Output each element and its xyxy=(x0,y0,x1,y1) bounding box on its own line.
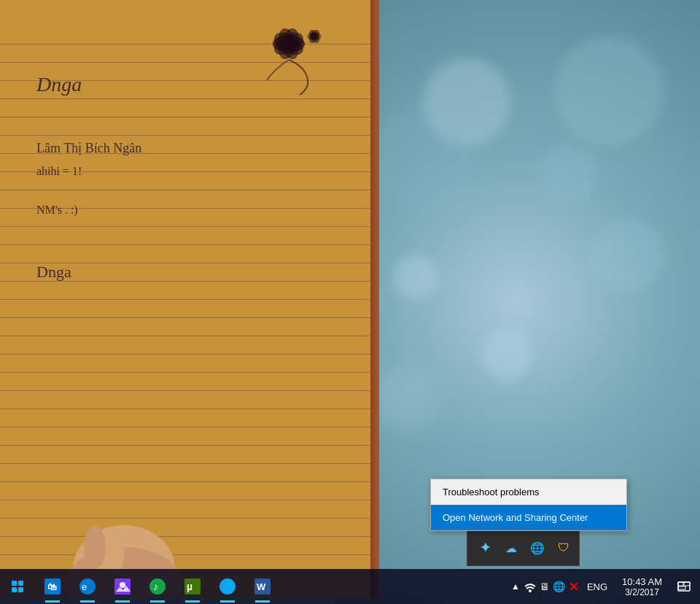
taskbar-app-groove[interactable]: ♪ xyxy=(140,569,175,604)
open-network-sharing-item[interactable]: Open Network and Sharing Center xyxy=(431,505,626,530)
word-active-indicator xyxy=(255,600,270,603)
svg-point-14 xyxy=(84,525,106,569)
notebook-flower-decoration xyxy=(245,15,332,102)
notebook-spine xyxy=(370,0,376,598)
systray-antivirus-icon[interactable]: 🛡 xyxy=(552,536,575,560)
folder-icon[interactable]: 🖥 xyxy=(537,569,552,604)
svg-text:🌐: 🌐 xyxy=(222,581,234,593)
svg-point-10 xyxy=(311,33,318,40)
taskbar-app-photos[interactable] xyxy=(105,569,140,604)
notebook-line4: Dnga xyxy=(36,263,141,281)
ie-active-indicator xyxy=(220,600,235,603)
groove-icon: ♪ xyxy=(149,578,166,595)
windows-logo-icon xyxy=(12,581,23,592)
notebook-line2: ahihi = 1! xyxy=(36,162,141,180)
notebook-text-content: Dnga Lâm Thị Bích Ngân ahihi = 1! NM's .… xyxy=(36,73,141,281)
store-icon: 🛍 xyxy=(44,578,61,595)
notification-center-icon xyxy=(677,580,691,593)
store-active-indicator xyxy=(45,600,60,603)
systray-cloud-icon[interactable]: ☁ xyxy=(499,536,523,560)
notification-center-button[interactable] xyxy=(671,569,697,604)
svg-rect-33 xyxy=(678,586,685,589)
taskbar-app-word[interactable]: W xyxy=(245,569,280,604)
notification-error-icon[interactable]: ✕ xyxy=(567,569,581,604)
taskbar: 🛍 e ♪ xyxy=(0,569,700,604)
troubleshoot-problems-item[interactable]: Troubleshoot problems xyxy=(431,479,626,505)
taskbar-right: ▲ 🖥 🌐 ✕ ENG 10:43 AM 3/2/2017 xyxy=(508,569,700,604)
taskbar-app-ie[interactable]: 🌐 xyxy=(210,569,245,604)
systray-network-globe-icon[interactable]: 🌐 xyxy=(526,536,549,560)
svg-point-29 xyxy=(529,589,532,592)
utorrent-icon: µ xyxy=(184,578,201,595)
taskbar-clock[interactable]: 10:43 AM 3/2/2017 xyxy=(613,569,671,604)
wifi-signal-icon xyxy=(524,581,537,592)
taskbar-app-edge[interactable]: e xyxy=(70,569,105,604)
show-hidden-icons-button[interactable]: ▲ xyxy=(508,569,523,604)
groove-active-indicator xyxy=(150,600,165,603)
svg-point-20 xyxy=(120,582,125,588)
notebook-line1: Lâm Thị Bích Ngân xyxy=(36,140,141,156)
edge-active-indicator xyxy=(80,600,95,603)
svg-text:♪: ♪ xyxy=(153,581,158,592)
svg-text:W: W xyxy=(257,581,266,592)
clock-time: 10:43 AM xyxy=(622,576,662,587)
notebook-line3: NM's . :) xyxy=(36,201,141,219)
taskbar-app-utorrent[interactable]: µ xyxy=(175,569,210,604)
edge-icon: e xyxy=(79,578,96,595)
word-icon: W xyxy=(254,578,271,595)
photos-active-indicator xyxy=(115,600,130,603)
notebook: Dnga Lâm Thị Bích Ngân ahihi = 1! NM's .… xyxy=(0,0,379,598)
ie-icon: 🌐 xyxy=(219,578,236,595)
language-indicator[interactable]: ENG xyxy=(581,569,613,604)
taskbar-app-store[interactable]: 🛍 xyxy=(35,569,70,604)
svg-text:🛍: 🛍 xyxy=(47,581,57,592)
taskbar-apps: 🛍 e ♪ xyxy=(35,569,280,604)
network-active-icon[interactable]: 🌐 xyxy=(552,569,567,604)
clock-date: 3/2/2017 xyxy=(625,587,659,597)
photos-icon xyxy=(114,578,131,595)
systray-icons: 🖥 🌐 ✕ xyxy=(523,569,581,604)
svg-text:e: e xyxy=(82,581,87,592)
systray-bluetooth-icon[interactable]: ✦ xyxy=(473,536,497,560)
wifi-icon[interactable] xyxy=(523,569,537,604)
network-context-menu: Troubleshoot problems Open Network and S… xyxy=(430,479,627,531)
svg-text:µ: µ xyxy=(187,581,192,592)
utorrent-active-indicator xyxy=(185,600,200,603)
notebook-title: Dnga xyxy=(36,73,141,96)
start-button[interactable] xyxy=(0,569,35,604)
svg-point-6 xyxy=(281,36,296,51)
